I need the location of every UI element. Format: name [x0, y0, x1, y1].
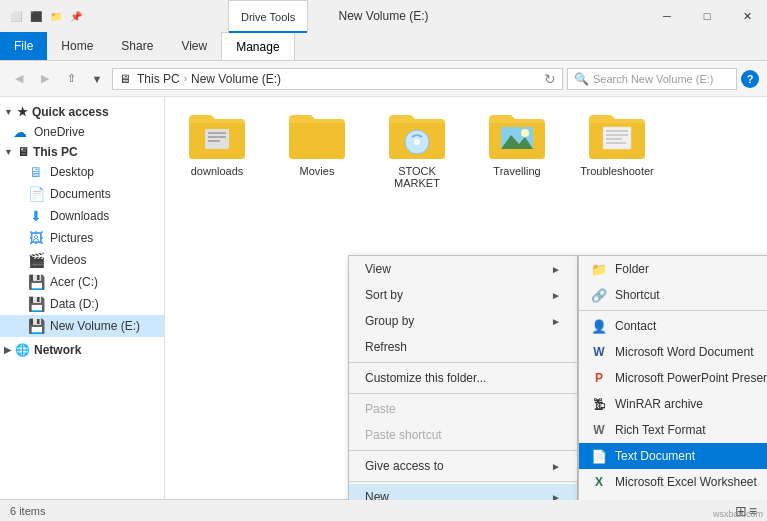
submenu-contact-label: Contact [615, 319, 656, 333]
svg-rect-1 [208, 132, 226, 134]
forward-button[interactable]: ▶ [34, 68, 56, 90]
drive-tools-label: Drive Tools [241, 11, 295, 23]
contact-icon: 👤 [591, 318, 607, 334]
ctx-groupby-arrow: ► [551, 316, 561, 327]
documents-icon: 📄 [28, 186, 44, 202]
ctx-groupby[interactable]: Group by ► [349, 308, 577, 334]
sidebar-videos-label: Videos [50, 253, 86, 267]
folder-travelling-label: Travelling [493, 165, 540, 177]
back-button[interactable]: ◀ [8, 68, 30, 90]
sidebar-item-videos[interactable]: 🎬 Videos [0, 249, 164, 271]
ctx-new[interactable]: New ► [349, 484, 577, 500]
submenu-excel[interactable]: X Microsoft Excel Worksheet [579, 469, 767, 495]
recent-button[interactable]: ▼ [86, 68, 108, 90]
title-bar-icon3: 📁 [48, 8, 64, 24]
up-button[interactable]: ⇧ [60, 68, 82, 90]
ctx-paste-shortcut[interactable]: Paste shortcut [349, 422, 577, 448]
submenu-ppt-label: Microsoft PowerPoint Presentation [615, 371, 767, 385]
submenu-textdoc-label: Text Document [615, 449, 695, 463]
folder-movies[interactable]: Movies [277, 109, 357, 189]
pictures-icon: 🖼 [28, 230, 44, 246]
folder-stockmarket-label: STOCK MARKET [377, 165, 457, 189]
text-doc-icon: 📄 [591, 448, 607, 464]
content-area: downloads Movies [165, 97, 767, 500]
computer-icon: 🖥 [17, 145, 29, 159]
sidebar-documents-label: Documents [50, 187, 111, 201]
folder-grid: downloads Movies [177, 109, 755, 189]
drive-d-icon: 💾 [28, 296, 44, 312]
ppt-icon: P [591, 370, 607, 386]
submenu-zip[interactable]: 🗜 WinRAR ZIP archive [579, 495, 767, 500]
tab-file[interactable]: File [0, 32, 47, 60]
folder-stockmarket[interactable]: STOCK MARKET [377, 109, 457, 189]
folder-troubleshooter[interactable]: Troubleshooter [577, 109, 657, 189]
svg-rect-3 [208, 140, 220, 142]
window-title: New Volume (E:) [338, 9, 428, 23]
submenu-rtf[interactable]: W Rich Text Format [579, 417, 767, 443]
sidebar: ▼ ★ Quick access ☁ OneDrive ▼ 🖥 This PC … [0, 97, 165, 500]
address-refresh[interactable]: ↻ [544, 71, 556, 87]
ctx-view[interactable]: View ► [349, 256, 577, 282]
submenu-contact[interactable]: 👤 Contact [579, 313, 767, 339]
folder-downloads-icon [187, 109, 247, 161]
tab-manage[interactable]: Manage [221, 32, 294, 60]
address-icon: 🖥 [119, 72, 131, 86]
address-bar: ◀ ▶ ⇧ ▼ 🖥 This PC › New Volume (E:) ↻ 🔍 … [0, 61, 767, 97]
desktop-icon: 🖥 [28, 164, 44, 180]
sidebar-item-downloads[interactable]: ⬇ Downloads [0, 205, 164, 227]
ctx-sortby[interactable]: Sort by ► [349, 282, 577, 308]
winrar-icon: 🗜 [591, 396, 607, 412]
ctx-give-access[interactable]: Give access to ► [349, 453, 577, 479]
submenu-winrar[interactable]: 🗜 WinRAR archive [579, 391, 767, 417]
sidebar-quick-access-label: Quick access [32, 105, 109, 119]
submenu-folder[interactable]: 📁 Folder [579, 256, 767, 282]
onedrive-icon: ☁ [12, 124, 28, 140]
submenu-ppt[interactable]: P Microsoft PowerPoint Presentation [579, 365, 767, 391]
ctx-refresh[interactable]: Refresh [349, 334, 577, 360]
folder-icon2: 📁 [591, 261, 607, 277]
ctx-sep1 [349, 362, 577, 363]
folder-downloads-label: downloads [191, 165, 244, 177]
sidebar-item-data[interactable]: 💾 Data (D:) [0, 293, 164, 315]
sidebar-item-newvolume[interactable]: 💾 New Volume (E:) [0, 315, 164, 337]
ctx-sortby-arrow: ► [551, 290, 561, 301]
svg-point-5 [414, 139, 420, 145]
submenu-word[interactable]: W Microsoft Word Document [579, 339, 767, 365]
submenu-word-label: Microsoft Word Document [615, 345, 754, 359]
title-bar-icons: ⬜ ⬛ 📁 📌 [8, 8, 84, 24]
tab-share[interactable]: Share [107, 32, 167, 60]
sidebar-item-desktop[interactable]: 🖥 Desktop [0, 161, 164, 183]
sidebar-onedrive-label: OneDrive [34, 125, 85, 139]
ctx-sep4 [349, 481, 577, 482]
submenu-new: 📁 Folder 🔗 Shortcut 👤 Contact W Microsof… [578, 255, 767, 500]
title-bar: ⬜ ⬛ 📁 📌 Drive Tools New Volume (E:) ─ □ … [0, 0, 767, 32]
sidebar-item-acer[interactable]: 💾 Acer (C:) [0, 271, 164, 293]
folder-movies-label: Movies [300, 165, 335, 177]
tab-home[interactable]: Home [47, 32, 107, 60]
sidebar-item-pictures[interactable]: 🖼 Pictures [0, 227, 164, 249]
submenu-textdoc[interactable]: 📄 Text Document [579, 443, 767, 469]
sidebar-item-documents[interactable]: 📄 Documents [0, 183, 164, 205]
star-icon: ★ [17, 105, 28, 119]
context-menu: View ► Sort by ► Group by ► Refresh Cust… [348, 255, 578, 500]
submenu-shortcut[interactable]: 🔗 Shortcut [579, 282, 767, 308]
help-button[interactable]: ? [741, 70, 759, 88]
tab-view[interactable]: View [167, 32, 221, 60]
ctx-paste[interactable]: Paste [349, 396, 577, 422]
minimize-button[interactable]: ─ [647, 0, 687, 32]
maximize-button[interactable]: □ [687, 0, 727, 32]
svg-rect-10 [606, 130, 628, 132]
ctx-sep3 [349, 450, 577, 451]
sidebar-item-onedrive[interactable]: ☁ OneDrive [0, 121, 164, 143]
sidebar-newvolume-label: New Volume (E:) [50, 319, 140, 333]
close-button[interactable]: ✕ [727, 0, 767, 32]
drive-tools-tab[interactable]: Drive Tools [228, 0, 308, 32]
address-path[interactable]: 🖥 This PC › New Volume (E:) ↻ [112, 68, 563, 90]
network-icon: 🌐 [15, 343, 30, 357]
search-box[interactable]: 🔍 Search New Volume (E:) [567, 68, 737, 90]
folder-downloads[interactable]: downloads [177, 109, 257, 189]
ctx-customize[interactable]: Customize this folder... [349, 365, 577, 391]
folder-travelling[interactable]: Travelling [477, 109, 557, 189]
watermark: wsxban.com [713, 509, 763, 519]
ribbon-tabs: File Home Share View Manage [0, 32, 767, 60]
